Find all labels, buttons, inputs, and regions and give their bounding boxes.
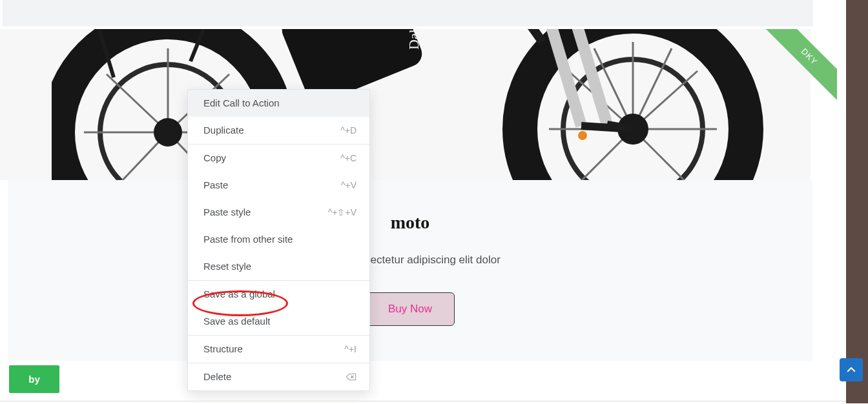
delete-backspace-icon — [346, 372, 356, 381]
menu-label: Paste — [203, 179, 228, 190]
bottom-spacer — [0, 361, 812, 398]
frame-brand-text: Dakeya — [406, 29, 422, 50]
cta-card[interactable]: moto amet consectetur adipiscing elit do… — [8, 180, 812, 361]
ribbon-label: DKY — [763, 29, 837, 103]
menu-copy[interactable]: Copy ^+C — [188, 144, 369, 172]
right-dark-panel — [846, 0, 868, 403]
menu-reset-style[interactable]: Reset style — [188, 253, 369, 280]
context-menu: Edit Call to Action Duplicate ^+D Copy ^… — [187, 89, 370, 391]
scroll-to-top-button[interactable] — [840, 358, 863, 381]
menu-duplicate[interactable]: Duplicate ^+D — [188, 117, 369, 144]
menu-shortcut: ^+V — [341, 180, 356, 190]
menu-label: Edit Call to Action — [203, 97, 280, 108]
chevron-up-icon — [845, 364, 857, 376]
hero-bike-image: Dakeya — [0, 29, 811, 180]
menu-paste-style[interactable]: Paste style ^+⇧+V — [188, 199, 369, 226]
floating-by-button[interactable]: by — [9, 365, 59, 393]
menu-shortcut: ^+I — [344, 344, 356, 354]
menu-label: Save as a global — [203, 288, 275, 299]
menu-paste-other-site[interactable]: Paste from other site — [188, 226, 369, 253]
svg-point-9 — [154, 118, 182, 146]
menu-save-default[interactable]: Save as default — [188, 308, 369, 335]
svg-line-28 — [510, 29, 542, 42]
menu-label: Reset style — [203, 261, 251, 272]
menu-shortcut: ^+⇧+V — [328, 207, 356, 217]
svg-point-26 — [578, 131, 587, 140]
cta-subtitle: amet consectetur adipiscing elit dolor — [8, 254, 812, 267]
menu-edit-cta[interactable]: Edit Call to Action — [188, 90, 369, 117]
svg-line-25 — [607, 125, 633, 129]
menu-structure[interactable]: Structure ^+I — [188, 335, 369, 363]
menu-label: Save as default — [203, 316, 270, 327]
menu-label: Duplicate — [203, 125, 244, 136]
buy-now-button[interactable]: Buy Now — [366, 292, 455, 326]
menu-label: Copy — [203, 152, 226, 163]
menu-label: Structure — [203, 343, 243, 354]
bike-illustration: Dakeya — [52, 29, 775, 180]
menu-label: Paste from other site — [203, 234, 293, 245]
bottom-divider — [0, 401, 846, 401]
menu-delete[interactable]: Delete — [188, 363, 369, 390]
cta-title: moto — [8, 212, 812, 233]
menu-paste[interactable]: Paste ^+V — [188, 172, 369, 199]
top-empty-panel — [3, 0, 813, 26]
menu-label: Delete — [203, 371, 231, 382]
corner-ribbon: DKY — [763, 29, 837, 103]
menu-save-global[interactable]: Save as a global — [188, 280, 369, 308]
menu-label: Paste style — [203, 207, 251, 217]
menu-shortcut: ^+D — [340, 125, 356, 136]
menu-shortcut: ^+C — [340, 153, 356, 163]
